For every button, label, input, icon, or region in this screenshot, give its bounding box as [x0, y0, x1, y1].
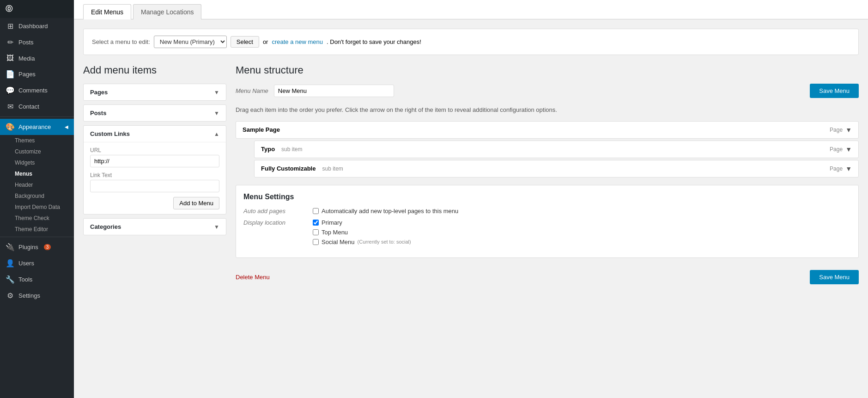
- accordion-pages-label: Pages: [90, 89, 108, 96]
- accordion-custom-links-arrow: ▲: [214, 131, 219, 137]
- accordion-custom-links: Custom Links ▲ URL Link Text Add to Menu: [83, 125, 226, 214]
- tabs-bar: Edit Menus Manage Locations: [74, 0, 868, 19]
- content-area: Select a menu to edit: New Menu (Primary…: [74, 19, 868, 398]
- location-top-menu-label: Top Menu: [322, 229, 348, 236]
- menu-name-label: Menu Name: [236, 87, 268, 94]
- sidebar-item-users[interactable]: 👤 Users: [0, 255, 74, 271]
- menu-item-sample-page-arrow[interactable]: ▼: [845, 126, 852, 134]
- sidebar-item-comments[interactable]: 💬 Comments: [0, 82, 74, 98]
- menu-item-sample-page: Sample Page Page ▼: [236, 121, 859, 139]
- auto-add-row: Auto add pages Automatically add new top…: [243, 208, 851, 214]
- sidebar-sub-widgets[interactable]: Widgets: [0, 157, 74, 168]
- save-menu-button-bottom[interactable]: Save Menu: [810, 270, 859, 284]
- accordion-posts-header[interactable]: Posts ▼: [84, 105, 226, 121]
- select-button[interactable]: Select: [231, 36, 259, 48]
- sidebar-item-media[interactable]: 🖼 Media: [0, 50, 74, 66]
- add-to-menu-button[interactable]: Add to Menu: [173, 197, 219, 209]
- users-icon: 👤: [6, 259, 15, 268]
- menu-structure-heading: Menu structure: [236, 64, 859, 76]
- pages-icon: 📄: [6, 70, 15, 79]
- link-text-row: Link Text: [90, 172, 219, 192]
- sidebar-label-contact: Contact: [18, 103, 39, 110]
- sidebar-label-plugins: Plugins: [18, 244, 38, 251]
- location-social-menu-label: Social Menu: [322, 239, 355, 245]
- menu-item-typo-arrow[interactable]: ▼: [845, 146, 852, 153]
- menu-dropdown[interactable]: New Menu (Primary): [154, 36, 227, 48]
- sidebar-item-posts[interactable]: ✏ Posts: [0, 34, 74, 50]
- accordion-custom-links-label: Custom Links: [90, 130, 130, 137]
- sidebar-item-settings[interactable]: ⚙ Settings: [0, 288, 74, 304]
- delete-menu-link[interactable]: Delete Menu: [236, 274, 270, 281]
- sidebar-sub-menus[interactable]: Menus: [0, 168, 74, 179]
- sidebar-sub-themes[interactable]: Themes: [0, 135, 74, 146]
- accordion-categories-arrow: ▼: [214, 224, 219, 230]
- location-primary-checkbox[interactable]: [313, 220, 319, 226]
- accordion-posts: Posts ▼: [83, 104, 226, 122]
- dashboard-icon: ⊞: [6, 22, 15, 31]
- sidebar-separator: [0, 116, 74, 117]
- save-menu-button-top[interactable]: Save Menu: [810, 84, 859, 98]
- sidebar-item-appearance[interactable]: 🎨 Appearance ◀: [0, 119, 74, 135]
- drag-hint: Drag each item into the order you prefer…: [236, 105, 859, 115]
- sidebar-label-media: Media: [18, 55, 35, 62]
- tools-icon: 🔧: [6, 275, 15, 284]
- url-input[interactable]: [90, 155, 219, 167]
- sidebar-item-tools[interactable]: 🔧 Tools: [0, 271, 74, 288]
- posts-icon: ✏: [6, 38, 15, 47]
- comments-icon: 💬: [6, 86, 15, 95]
- appearance-chevron: ◀: [65, 124, 68, 129]
- menu-item-typo-sub-label: sub item: [281, 146, 302, 153]
- location-social-menu-row: Social Menu (Currently set to: social): [313, 239, 411, 245]
- menu-item-fc-arrow[interactable]: ▼: [845, 165, 852, 172]
- link-text-input[interactable]: [90, 180, 219, 192]
- accordion-pages-header[interactable]: Pages ▼: [84, 84, 226, 100]
- display-location-label: Display location: [243, 219, 303, 245]
- menu-item-fc-type: Page: [830, 165, 843, 172]
- menu-item-fc-sub-label: sub item: [322, 165, 343, 172]
- location-social-menu-checkbox[interactable]: [313, 239, 319, 245]
- sidebar-sub-theme-check[interactable]: Theme Check: [0, 213, 74, 224]
- menu-item-sample-page-type: Page: [830, 127, 843, 133]
- sidebar-logo: ⓪: [0, 0, 74, 18]
- accordion-custom-links-header[interactable]: Custom Links ▲: [84, 126, 226, 142]
- sidebar-item-dashboard[interactable]: ⊞ Dashboard: [0, 18, 74, 34]
- menu-item-typo-name: Typo: [261, 146, 275, 153]
- sidebar-item-contact[interactable]: ✉ Contact: [0, 98, 74, 115]
- add-menu-items-col: Add menu items Pages ▼ Posts ▼: [83, 64, 226, 239]
- sidebar-sub-customize[interactable]: Customize: [0, 146, 74, 157]
- menu-item-typo: Typo sub item Page ▼: [254, 141, 859, 158]
- display-location-row: Display location Primary Top Menu: [243, 219, 851, 245]
- tab-edit-menus[interactable]: Edit Menus: [83, 4, 131, 19]
- menu-items-list: Sample Page Page ▼ Typo sub item: [236, 121, 859, 178]
- sidebar-label-pages: Pages: [18, 71, 36, 78]
- sidebar-label-tools: Tools: [18, 276, 32, 283]
- sidebar-sub-background[interactable]: Background: [0, 190, 74, 202]
- sidebar-label-users: Users: [18, 260, 34, 267]
- menu-name-input[interactable]: [274, 85, 394, 97]
- sidebar-sub-header[interactable]: Header: [0, 179, 74, 190]
- create-new-menu-link[interactable]: create a new menu: [272, 38, 323, 45]
- sidebar-label-appearance: Appearance: [18, 123, 51, 130]
- accordion-categories: Categories ▼: [83, 218, 226, 235]
- location-primary-label: Primary: [322, 219, 342, 226]
- location-primary-row: Primary: [313, 219, 411, 226]
- accordion-pages: Pages ▼: [83, 84, 226, 101]
- accordion-categories-header[interactable]: Categories ▼: [84, 219, 226, 235]
- location-social-menu-note: (Currently set to: social): [358, 239, 411, 245]
- sidebar-item-pages[interactable]: 📄 Pages: [0, 66, 74, 82]
- media-icon: 🖼: [6, 54, 15, 62]
- select-menu-label: Select a menu to edit:: [92, 38, 150, 45]
- plugins-badge: 3: [44, 244, 51, 250]
- menu-name-row: Menu Name Save Menu: [236, 84, 859, 98]
- tab-manage-locations[interactable]: Manage Locations: [133, 4, 201, 19]
- sidebar-item-plugins[interactable]: 🔌 Plugins 3: [0, 239, 74, 255]
- url-row: URL: [90, 147, 219, 167]
- settings-icon: ⚙: [6, 291, 15, 300]
- location-top-menu-checkbox[interactable]: [313, 229, 319, 235]
- sidebar-sub-theme-editor[interactable]: Theme Editor: [0, 224, 74, 235]
- menu-item-fully-customizable: Fully Customizable sub item Page ▼: [254, 160, 859, 178]
- menu-structure-top: Menu structure: [236, 64, 859, 76]
- auto-add-checkbox[interactable]: [313, 208, 319, 214]
- sidebar-sub-import-demo[interactable]: Import Demo Data: [0, 202, 74, 213]
- sidebar: ⓪ ⊞ Dashboard ✏ Posts 🖼 Media 📄 Pages 💬 …: [0, 0, 74, 398]
